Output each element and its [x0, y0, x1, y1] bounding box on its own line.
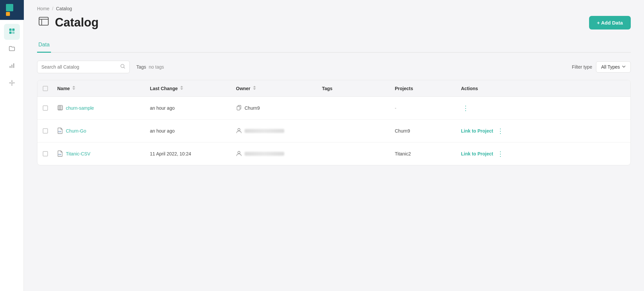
model-icon — [8, 79, 16, 88]
sidebar-item-chart[interactable] — [4, 58, 20, 74]
breadcrumb-separator: / — [52, 6, 53, 11]
catalog-icon — [8, 28, 16, 36]
row3-name-link[interactable]: Titanic-CSV — [66, 151, 90, 156]
select-all-checkbox[interactable] — [43, 86, 48, 91]
folder-icon — [8, 45, 16, 54]
breadcrumb-home[interactable]: Home — [37, 6, 49, 11]
row2-name: CSV Churn-Go — [53, 121, 146, 142]
page-wrapper: Home / Catalog Catalog + Add Data Data — [24, 0, 644, 291]
svg-text:CSV: CSV — [58, 131, 61, 133]
csv-icon: CSV — [57, 127, 63, 135]
row2-projects: Churn9 — [391, 122, 457, 140]
th-name-label: Name — [57, 86, 70, 91]
row3-tags — [318, 147, 391, 160]
sidebar-item-folder[interactable] — [4, 41, 20, 57]
svg-rect-6 — [13, 63, 14, 68]
breadcrumb: Home / Catalog — [37, 0, 631, 15]
row1-projects: - — [391, 99, 457, 117]
tabs: Data — [37, 38, 631, 53]
tab-data[interactable]: Data — [37, 38, 51, 53]
th-actions: Actions — [457, 80, 523, 96]
breadcrumb-current: Catalog — [56, 6, 72, 11]
th-owner: Owner — [232, 80, 318, 96]
csv-icon-row3: CSV — [57, 150, 63, 158]
row3-name: CSV Titanic-CSV — [53, 144, 146, 164]
row1-actions: ⋮ — [457, 97, 523, 119]
row2-link-to-project[interactable]: Link to Project — [461, 128, 493, 134]
row3-owner-blurred — [245, 152, 284, 156]
table-row: CSV Titanic-CSV 11 April 2022, 10:24 — [37, 143, 630, 165]
row1-tags — [318, 101, 391, 115]
data-table: Name Last Change O — [37, 80, 631, 165]
row3-more-menu-button[interactable]: ⋮ — [496, 149, 505, 158]
svg-text:CSV: CSV — [58, 153, 61, 155]
row1-owner: Churn9 — [232, 98, 318, 118]
logo-graphic — [6, 4, 18, 16]
th-name-sort-icon — [72, 86, 76, 91]
th-tags: Tags — [318, 80, 391, 96]
svg-rect-0 — [9, 29, 12, 31]
logo — [0, 0, 24, 20]
add-data-button[interactable]: + Add Data — [589, 16, 631, 29]
th-last-change: Last Change — [146, 80, 232, 96]
sidebar — [0, 0, 24, 291]
row1-owner-text: Churn9 — [245, 105, 260, 111]
svg-point-9 — [11, 85, 12, 86]
search-icon — [120, 64, 125, 70]
th-last-change-label: Last Change — [150, 86, 178, 91]
svg-point-28 — [238, 128, 240, 131]
svg-point-8 — [11, 80, 12, 81]
row3-checkbox-cell — [37, 145, 53, 163]
th-projects: Projects — [391, 80, 457, 96]
th-name: Name — [53, 80, 146, 96]
chevron-down-icon — [622, 64, 626, 70]
tags-section: Tags no tags — [136, 64, 164, 70]
row2-more-menu-button[interactable]: ⋮ — [496, 126, 505, 136]
th-actions-label: Actions — [461, 86, 478, 91]
row3-checkbox[interactable] — [43, 151, 48, 156]
row2-actions: Link to Project ⋮ — [457, 120, 523, 142]
svg-point-10 — [9, 82, 10, 83]
row1-name-link[interactable]: churn-sample — [66, 105, 94, 111]
chart-icon — [8, 62, 16, 71]
svg-line-18 — [124, 67, 125, 68]
filter-type-label: Filter type — [572, 64, 592, 70]
row1-more-menu-button[interactable]: ⋮ — [461, 103, 470, 113]
row1-last-change: an hour ago — [146, 99, 232, 117]
grid-data-icon — [57, 105, 63, 112]
page-title-group: Catalog — [37, 15, 99, 30]
page-title: Catalog — [55, 16, 99, 29]
search-input[interactable] — [41, 64, 117, 70]
sidebar-item-catalog[interactable] — [4, 24, 20, 40]
svg-point-11 — [14, 82, 15, 83]
row2-owner-blurred — [245, 129, 284, 133]
row2-last-change: an hour ago — [146, 122, 232, 140]
svg-rect-1 — [12, 29, 15, 31]
filter-left: Tags no tags — [37, 61, 164, 73]
row3-projects: Titanic2 — [391, 145, 457, 163]
row1-checkbox[interactable] — [43, 105, 48, 111]
th-projects-label: Projects — [395, 86, 413, 91]
filter-bar: Tags no tags Filter type All Types — [37, 61, 631, 73]
row3-last-change: 11 April 2022, 10:24 — [146, 145, 232, 163]
search-box[interactable] — [37, 61, 130, 73]
row3-owner — [232, 144, 318, 164]
th-owner-label: Owner — [236, 86, 251, 91]
th-owner-sort-icon — [253, 86, 256, 91]
th-tags-label: Tags — [322, 86, 333, 91]
filter-type-select[interactable]: All Types — [596, 61, 631, 73]
sidebar-item-model[interactable] — [4, 76, 20, 91]
copy-icon — [236, 105, 242, 112]
row3-actions: Link to Project ⋮ — [457, 143, 523, 165]
row1-checkbox-cell — [37, 99, 53, 117]
tags-label: Tags — [136, 64, 146, 70]
logo-teal-square — [6, 4, 13, 11]
row3-link-to-project[interactable]: Link to Project — [461, 151, 493, 156]
row2-name-link[interactable]: Churn-Go — [66, 128, 86, 134]
table-row: CSV Churn-Go an hour ago — [37, 120, 630, 143]
svg-rect-4 — [10, 66, 11, 68]
row2-checkbox[interactable] — [43, 128, 48, 134]
row2-checkbox-cell — [37, 122, 53, 140]
svg-point-30 — [238, 151, 240, 153]
person-icon-row3 — [236, 150, 242, 157]
